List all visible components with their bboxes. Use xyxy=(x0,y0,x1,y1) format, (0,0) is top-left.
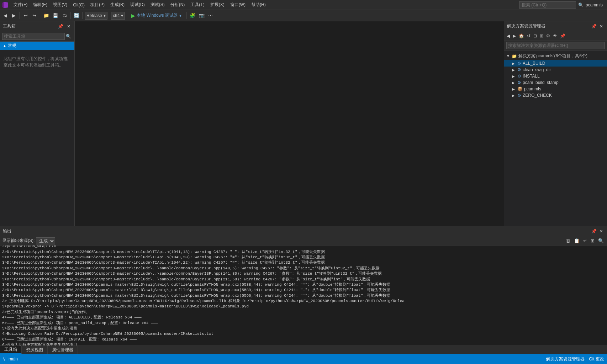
menu-window[interactable]: 窗口(W) xyxy=(227,1,248,9)
tree-item-pcammls[interactable]: ▶ 📦 pcammls xyxy=(504,86,607,92)
status-git-changes[interactable]: Git 更改 xyxy=(589,356,604,362)
platform-dropdown-arrow: ▾ xyxy=(121,13,123,18)
install-label: INSTALL xyxy=(523,74,540,79)
toolbar-undo-btn[interactable]: ↩ xyxy=(22,11,30,20)
solution-root[interactable]: ▼ 📁 解决方案'pcammls'(6个项目，共6个) xyxy=(504,52,607,60)
output-line: 3>D:\Percipio\python\CsharpNEW_20230605\… xyxy=(2,260,605,265)
tree-item-all-build[interactable]: ▶ ⚙ ALL_BUILD xyxy=(504,60,607,67)
solution-header-icons: 📌 ✕ xyxy=(590,23,604,29)
output-line: 3>D:\Percipio\python\CsharpNEW_20230605\… xyxy=(2,282,605,287)
menu-file[interactable]: 文件(F) xyxy=(11,1,30,9)
bottom-tabs-bar: 工具箱 资源视图 属性管理器 xyxy=(0,345,607,354)
menu-tools[interactable]: 工具(T) xyxy=(188,1,207,9)
output-line: 3>D:\Percipio\python\CsharpNEW_20230605\… xyxy=(2,277,605,282)
toolbox-section-general[interactable]: ▲ 常规 xyxy=(0,42,74,50)
toolbar-sep-5 xyxy=(186,12,186,19)
solution-pin-btn[interactable]: 📌 xyxy=(590,23,598,29)
menu-project[interactable]: 项目(P) xyxy=(88,1,107,9)
output-header-icons: 📌 ✕ xyxy=(590,228,604,234)
tab-property-manager[interactable]: 属性管理器 xyxy=(48,346,78,354)
tab-resource-view[interactable]: 资源视图 xyxy=(22,346,48,354)
output-clear-btn[interactable]: 🗑 xyxy=(565,238,571,244)
tree-item-clean-swig[interactable]: ▶ ⚙ clean_swig_dir xyxy=(504,67,607,73)
output-line: 3>D:\Percipio\python\CsharpNEW_20230605\… xyxy=(2,271,605,276)
pcammls-label: pcammls xyxy=(524,86,541,91)
solution-panel-header: 解决方案资源管理器 📌 ✕ xyxy=(504,21,607,31)
toolbox-search-input[interactable] xyxy=(2,33,65,40)
clean-swig-label: clean_swig_dir xyxy=(523,67,551,72)
menu-help[interactable]: 帮助(H) xyxy=(248,1,269,9)
sol-home-btn[interactable]: 🏠 xyxy=(518,32,525,40)
sol-refresh-btn[interactable]: ↺ xyxy=(526,32,532,40)
toolbar-redo-btn[interactable]: ↪ xyxy=(30,11,38,20)
output-line: 3>D:\Percipio\python\CsharpNEW_20230605\… xyxy=(2,249,605,255)
output-close-btn[interactable]: ✕ xyxy=(598,228,604,234)
output-wrap-btn[interactable]: ↵ xyxy=(582,238,588,244)
toolbar-open-btn[interactable]: 📁 xyxy=(42,11,51,20)
status-left: ⑂ main xyxy=(3,356,18,362)
solution-icon: 📁 xyxy=(512,54,517,59)
toolbox-close-btn[interactable]: ✕ xyxy=(66,23,72,29)
toolbar-extra-btn[interactable]: ⋯ xyxy=(207,11,215,20)
toolbox-search-icon: 🔍 xyxy=(65,34,72,39)
status-solution-explorer[interactable]: 解决方案资源管理器 xyxy=(546,356,585,362)
zero-check-icon: ⚙ xyxy=(517,93,521,98)
search-input[interactable] xyxy=(519,1,576,9)
toolbox-search-bar: 🔍 xyxy=(0,31,74,42)
tree-item-pcam-build[interactable]: ▶ ⚙ pcam_build_stamp xyxy=(504,79,607,86)
output-line: 3>D:\Percipio\python\CsharpNEW_20230605\… xyxy=(2,293,605,299)
solution-search-input[interactable] xyxy=(506,42,605,49)
toolbar-forward-btn[interactable]: ▶ xyxy=(10,11,18,20)
output-pin-btn[interactable]: 📌 xyxy=(590,228,598,234)
menu-extensions[interactable]: 扩展(X) xyxy=(207,1,227,9)
toolbar-camera-btn[interactable]: 📷 xyxy=(197,11,206,20)
menu-analyze[interactable]: 分析(N) xyxy=(168,1,188,9)
output-line: 3>D:\Percipio\python\CsharpNEW_20230605\… xyxy=(2,266,605,271)
toolbar-ext-btn[interactable]: 🧩 xyxy=(188,11,197,20)
output-find-btn[interactable]: 🔍 xyxy=(597,238,605,244)
platform-dropdown[interactable]: x64 ▾ xyxy=(111,12,125,20)
output-copy-btn[interactable]: 📋 xyxy=(573,238,581,244)
output-line: 4>——— 已自动全部重新生成: 项目: ALL_BUILD，配置: Relea… xyxy=(2,315,605,320)
platform-label: x64 xyxy=(113,13,120,18)
pcammls-icon: 📦 xyxy=(517,86,523,91)
output-line: 5>没有为此解决方案配置选中更生成的项目 xyxy=(2,326,605,331)
toolbox-pin-btn[interactable]: 📌 xyxy=(57,23,64,29)
menu-test[interactable]: 测试(S) xyxy=(148,1,168,9)
tree-item-install[interactable]: ▶ ⚙ INSTALL xyxy=(504,73,607,79)
run-button[interactable]: ▶ 本地 Windows 调试器 ▾ xyxy=(128,11,184,20)
menu-view[interactable]: 视图(V) xyxy=(50,1,70,9)
toolbox-section-label: 常规 xyxy=(8,43,16,49)
sol-settings-btn[interactable]: ⚙ xyxy=(545,32,551,40)
toolbar-back-btn[interactable]: ◀ xyxy=(1,11,9,20)
sol-collapse-btn[interactable]: ⊟ xyxy=(532,32,538,40)
output-filter-btn[interactable]: ⊞ xyxy=(590,238,596,244)
config-dropdown[interactable]: Release ▾ xyxy=(85,12,107,20)
menu-build[interactable]: 生成(B) xyxy=(107,1,127,9)
install-icon: ⚙ xyxy=(517,74,521,79)
solution-root-label: 解决方案'pcammls'(6个项目，共6个) xyxy=(518,53,587,59)
sol-preview-btn[interactable]: 👁 xyxy=(552,32,558,40)
status-bar: ⑂ main 解决方案资源管理器 Git 更改 xyxy=(0,354,607,364)
output-source-select[interactable]: 生成 xyxy=(36,237,55,244)
toolbar: ◀ ▶ ↩ ↪ 📁 💾 🗂 🔄 Release ▾ x64 ▾ ▶ 本地 Win… xyxy=(0,10,607,21)
toolbar-save-all-btn[interactable]: 🗂 xyxy=(60,11,68,20)
solution-close-btn[interactable]: ✕ xyxy=(598,23,604,29)
tree-item-zero-check[interactable]: ▶ ⚙ ZERO_CHECK xyxy=(504,92,607,99)
status-right: 解决方案资源管理器 Git 更改 xyxy=(546,356,604,362)
username-label: pcammls xyxy=(586,2,606,7)
toolbar-refresh-btn[interactable]: 🔄 xyxy=(72,11,81,20)
menu-debug[interactable]: 调试(D) xyxy=(127,1,148,9)
tab-toolbox[interactable]: 工具箱 xyxy=(0,346,22,354)
toolbar-sep-3 xyxy=(70,12,70,19)
sol-back-btn[interactable]: ◀ xyxy=(506,32,511,40)
sol-pin2-btn[interactable]: 📌 xyxy=(559,32,566,40)
menu-git[interactable]: Git(G) xyxy=(70,2,88,8)
toolbox-empty-message: 此组中没有可用的控件，将某项拖至此文本可将其添加到工具箱。 xyxy=(0,50,74,74)
sol-filter-btn[interactable]: ⊞ xyxy=(539,32,544,40)
run-dropdown-arrow: ▾ xyxy=(179,13,181,18)
toolbar-save-btn[interactable]: 💾 xyxy=(51,11,60,20)
sol-forward-btn[interactable]: ▶ xyxy=(512,32,517,40)
menu-edit[interactable]: 编辑(E) xyxy=(30,1,50,9)
app-logo xyxy=(1,1,9,9)
